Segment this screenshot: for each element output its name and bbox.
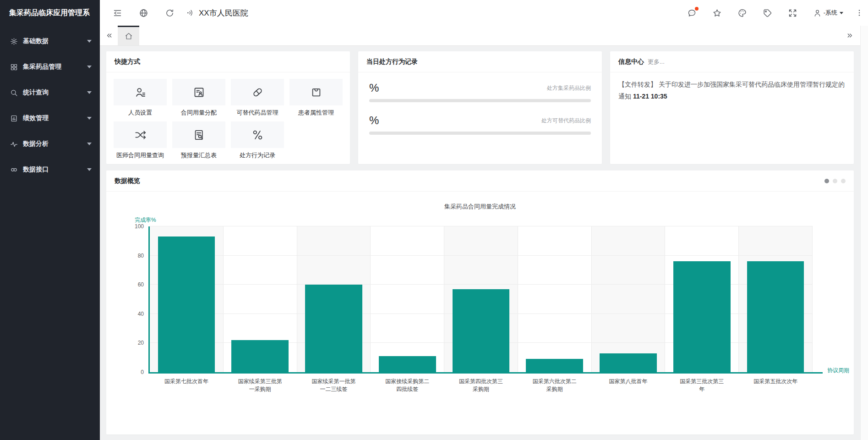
- sidebar-item-statistics-query[interactable]: 统计查询: [0, 80, 100, 105]
- home-icon: [125, 32, 133, 40]
- chevron-down-icon: [87, 143, 92, 145]
- category-label: 国家第八批首年: [605, 378, 652, 385]
- chart-bar[interactable]: [747, 261, 804, 372]
- chevron-down-icon: [87, 91, 92, 94]
- chart-band: 国采第三批次第三年: [665, 226, 739, 372]
- tag-icon: [763, 8, 772, 18]
- carousel-dot[interactable]: [833, 179, 837, 183]
- chart-band: 国采第四批次第三采购期: [444, 226, 518, 372]
- carousel-dot[interactable]: [824, 179, 829, 183]
- shortcut-label: 预报量汇总表: [172, 151, 225, 160]
- menu-fold-icon: [113, 8, 122, 18]
- messages-button[interactable]: [687, 8, 697, 18]
- language-button[interactable]: [139, 8, 148, 18]
- user-menu[interactable]: -系统: [813, 9, 843, 17]
- chart-band: 国采第七批次首年: [150, 226, 224, 372]
- shortcut-label: 患者属性管理: [289, 109, 343, 117]
- shortcut-contract-allocation[interactable]: 合同用量分配: [172, 79, 225, 117]
- shortcut-forecast-summary[interactable]: 预报量汇总表: [172, 121, 225, 160]
- tag-button[interactable]: [763, 8, 772, 18]
- chevron-down-icon: [87, 117, 92, 120]
- x-axis-label: 协议周期: [827, 367, 849, 374]
- category-label: 国采第六批次第二采购期: [531, 378, 579, 393]
- refresh-button[interactable]: [165, 8, 175, 18]
- shortcut-physician-contract-query[interactable]: 医师合同用量查询: [114, 121, 167, 160]
- user-settings-icon: [134, 86, 147, 99]
- shortcut-personnel-settings[interactable]: 人员设置: [114, 79, 167, 117]
- progress-bar: [369, 132, 591, 135]
- chart-bar[interactable]: [379, 356, 436, 372]
- chart-bar[interactable]: [305, 285, 362, 372]
- chart-band: 国家接续采购第二四批续签: [371, 226, 444, 372]
- carousel-dots: [824, 179, 846, 183]
- shortcut-label: 合同用量分配: [172, 109, 225, 117]
- capsule-icon: [251, 86, 264, 99]
- menu-fold-button[interactable]: [113, 8, 122, 18]
- category-label: 国采第四批次第三采购期: [457, 378, 505, 393]
- chevron-down-icon: [87, 66, 92, 68]
- chart-bar[interactable]: [453, 289, 510, 372]
- shortcuts-panel: 快捷方式 人员设置 合同用量分配 可替代药品管理 患者属性管理: [106, 51, 350, 164]
- y-tick-label: 100: [135, 223, 144, 230]
- sidebar-item-base-data[interactable]: 基础数据: [0, 28, 100, 54]
- sidebar-item-label: 绩效管理: [23, 114, 49, 122]
- star-icon: [712, 8, 722, 18]
- tab-home[interactable]: [118, 26, 139, 45]
- category-label: 国家续采第一批第一二三续签: [310, 378, 357, 393]
- fullscreen-button[interactable]: [788, 8, 797, 18]
- activity-icon: [10, 140, 18, 148]
- more-options-button[interactable]: [855, 9, 863, 17]
- y-gridline: [150, 226, 813, 226]
- chevron-down-icon: [840, 12, 843, 14]
- chevron-double-left-icon: [105, 32, 113, 39]
- sidebar-item-data-interface[interactable]: 数据接口: [0, 157, 100, 182]
- chart-bar[interactable]: [158, 236, 215, 372]
- shortcut-substitutable-drugs[interactable]: 可替代药品管理: [231, 79, 284, 117]
- chart-bar[interactable]: [526, 359, 583, 372]
- chart-band: 国采第五批次次年: [739, 226, 813, 372]
- y-tick-label: 60: [138, 281, 144, 288]
- search-icon: [10, 89, 18, 97]
- chart-bar[interactable]: [673, 261, 731, 372]
- molecule-icon: [251, 129, 264, 141]
- link-icon: [10, 166, 18, 174]
- info-center-panel: 信息中心 更多... 【文件转发】 关于印发进一步加强国家集采可替代药品临床使用…: [610, 51, 854, 164]
- data-overview-header: 数据概览: [106, 170, 854, 192]
- chart-bar[interactable]: [600, 353, 657, 372]
- modules-icon: [10, 63, 18, 71]
- shortcut-label: 医师合同用量查询: [114, 151, 167, 160]
- carousel-dot[interactable]: [841, 179, 846, 183]
- prescription-panel-title: 当日处方行为记录: [358, 51, 602, 72]
- tabs-scroll-left-button[interactable]: [105, 32, 113, 39]
- data-overview-panel: 数据概览 集采药品合同用量完成情况 完成率% 020406080100国采第七批…: [106, 170, 854, 434]
- shortcut-prescription-behavior[interactable]: 处方行为记录: [231, 121, 284, 160]
- sidebar-item-label: 集采药品管理: [23, 63, 61, 71]
- theme-button[interactable]: [737, 8, 747, 18]
- y-tick-label: 0: [141, 369, 144, 375]
- metric-value: %: [369, 114, 379, 127]
- shortcuts-panel-title: 快捷方式: [106, 51, 350, 72]
- user-label: -系统: [824, 9, 837, 17]
- fullscreen-icon: [788, 8, 797, 18]
- chevron-down-icon: [87, 168, 92, 171]
- tabs-scroll-right-button[interactable]: [846, 32, 854, 39]
- sidebar-item-performance[interactable]: 绩效管理: [0, 105, 100, 131]
- sidebar-item-data-analysis[interactable]: 数据分析: [0, 131, 100, 157]
- category-label: 国家接续采购第二四批续签: [383, 378, 431, 393]
- info-more-link[interactable]: 更多...: [648, 58, 665, 66]
- shortcut-label: 可替代药品管理: [231, 109, 284, 117]
- chart-band: 国家续采第一批第一二三续签: [297, 226, 371, 372]
- category-label: 国采第五批次次年: [752, 378, 799, 385]
- sidebar-menu: 基础数据 集采药品管理 统计查询 绩效管理 数据分析 数据接口: [0, 26, 100, 182]
- app-title: 集采药品临床应用管理系: [0, 0, 100, 26]
- shortcut-patient-attributes[interactable]: 患者属性管理: [289, 79, 343, 117]
- notification-badge: [695, 7, 699, 11]
- chevron-down-icon: [87, 40, 92, 43]
- chart-plot-area: 020406080100国采第七批次首年国家续采第三批第一采购期国家续采第一批第…: [148, 226, 813, 372]
- sidebar-item-drug-management[interactable]: 集采药品管理: [0, 54, 100, 80]
- chart-bar[interactable]: [231, 340, 289, 372]
- favorites-button[interactable]: [712, 8, 722, 18]
- page-scrollbar[interactable]: [860, 26, 868, 440]
- x-axis-line: [148, 372, 823, 374]
- metric-label: 处方可替代药品比例: [541, 117, 591, 127]
